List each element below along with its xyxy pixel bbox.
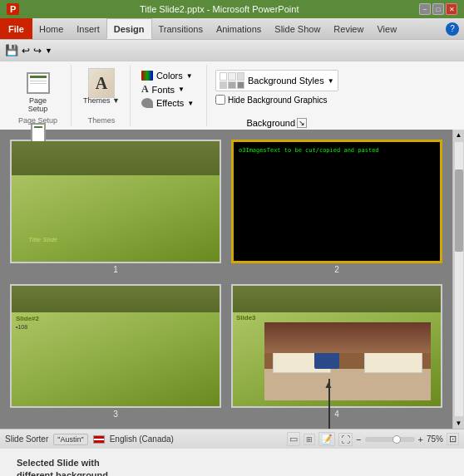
scroll-down-button[interactable]: ▼ bbox=[454, 418, 464, 429]
background-group: Background Styles ▼ Hide Background Grap… bbox=[209, 65, 345, 126]
effects-dropdown-icon: ▼ bbox=[187, 100, 194, 107]
themes-group-label: Themes bbox=[88, 116, 116, 125]
background-styles-icon bbox=[220, 72, 244, 89]
tab-home[interactable]: Home bbox=[32, 18, 70, 39]
effects-label: Effects bbox=[156, 98, 184, 108]
title-bar-title: Title Slide2.pptx - Microsoft PowerPoint bbox=[19, 4, 419, 14]
zoom-in-button[interactable]: + bbox=[418, 434, 423, 444]
qat-dropdown[interactable]: ▼ bbox=[45, 47, 52, 55]
slide-3-title: Slide#2 bbox=[16, 315, 215, 322]
window-controls: − □ ✕ bbox=[419, 3, 457, 15]
page-setup-group: PageSetup SlideOrientation Page Setup bbox=[5, 65, 72, 126]
colors-label: Colors bbox=[156, 71, 183, 81]
background-styles-label: Background Styles bbox=[248, 76, 324, 86]
tab-animations[interactable]: Animations bbox=[210, 18, 268, 39]
page-setup-button[interactable]: PageSetup bbox=[22, 68, 55, 115]
page-setup-icon bbox=[25, 70, 52, 96]
minimize-button[interactable]: − bbox=[419, 3, 431, 15]
close-button[interactable]: ✕ bbox=[446, 3, 457, 15]
effects-icon bbox=[141, 98, 153, 108]
page-setup-label: PageSetup bbox=[28, 96, 48, 113]
fit-window-button[interactable]: ⊡ bbox=[447, 433, 459, 445]
scroll-thumb[interactable] bbox=[455, 169, 463, 252]
view-normal-icon[interactable]: ▭ bbox=[287, 432, 300, 446]
view-mode-label: Slide Sorter bbox=[5, 434, 48, 444]
tab-view[interactable]: View bbox=[370, 18, 403, 39]
save-qat-button[interactable]: 💾 bbox=[5, 44, 18, 56]
slide-3-thumb[interactable]: Slide#2 •108 bbox=[10, 284, 221, 408]
title-bar: P Title Slide2.pptx - Microsoft PowerPoi… bbox=[0, 0, 464, 18]
hide-background-checkbox-row[interactable]: Hide Background Graphics bbox=[215, 95, 338, 105]
themes-button[interactable]: A Themes ▼ bbox=[80, 68, 123, 106]
colors-button[interactable]: Colors ▼ bbox=[139, 70, 200, 81]
tab-review[interactable]: Review bbox=[327, 18, 370, 39]
slide-4-title: Slide3 bbox=[236, 314, 437, 321]
slide-3-bullet: •108 bbox=[16, 324, 215, 330]
hide-background-checkbox[interactable] bbox=[215, 95, 225, 105]
canada-flag-icon bbox=[93, 435, 105, 444]
tab-slideshow[interactable]: Slide Show bbox=[268, 18, 327, 39]
view-sorter-icon[interactable]: ⊞ bbox=[304, 434, 315, 445]
status-bar: Slide Sorter "Austin" English (Canada) ▭… bbox=[0, 429, 464, 449]
background-group-label: Background bbox=[246, 118, 295, 128]
app-icon: P bbox=[7, 3, 19, 15]
tab-design[interactable]: Design bbox=[106, 18, 152, 39]
zoom-slider[interactable] bbox=[365, 437, 415, 442]
background-expand-icon[interactable]: ↘ bbox=[297, 118, 307, 128]
vertical-scrollbar[interactable]: ▲ ▼ bbox=[452, 130, 464, 429]
slide-4-number: 4 bbox=[231, 410, 442, 419]
undo-button[interactable]: ↩ bbox=[22, 45, 30, 56]
slide-2-thumb[interactable]: o3ImagesText to be cut/copied and pasted bbox=[231, 140, 442, 263]
slide-4-thumb[interactable]: Slide3 bbox=[231, 284, 442, 408]
slide-4-container: Slide3 4 bbox=[231, 284, 442, 419]
background-group-footer: Background ↘ bbox=[246, 118, 307, 128]
colors-icon bbox=[141, 71, 153, 81]
flag-icon bbox=[93, 435, 105, 444]
hide-background-label: Hide Background Graphics bbox=[228, 96, 328, 105]
status-bar-left: Slide Sorter "Austin" English (Canada) bbox=[5, 434, 280, 445]
tab-insert[interactable]: Insert bbox=[70, 18, 106, 39]
effects-button[interactable]: Effects ▼ bbox=[139, 97, 200, 109]
colors-fonts-effects-group: Colors ▼ A Fonts ▼ Effects ▼ bbox=[132, 65, 207, 126]
slide-2-text: o3ImagesText to be cut/copied and pasted bbox=[239, 147, 435, 155]
zoom-handle[interactable] bbox=[392, 435, 401, 444]
themes-group: A Themes ▼ Themes bbox=[73, 65, 131, 126]
annotation-text: Selected Slide with different background bbox=[0, 449, 464, 476]
redo-button[interactable]: ↪ bbox=[33, 45, 42, 56]
background-styles-button[interactable]: Background Styles ▼ bbox=[215, 70, 338, 91]
slide-1-thumb[interactable]: Title Slide bbox=[10, 140, 221, 263]
title-bar-left: P bbox=[7, 3, 19, 15]
maximize-button[interactable]: □ bbox=[432, 3, 444, 15]
scroll-track[interactable] bbox=[455, 142, 463, 416]
annotation-line1: Selected Slide with bbox=[17, 458, 100, 468]
slide-3-container: Slide#2 •108 3 bbox=[10, 284, 221, 419]
view-notes-icon[interactable]: 📝 bbox=[318, 432, 335, 446]
fonts-label: Fonts bbox=[152, 85, 175, 95]
view-fullscreen-icon[interactable]: ⛶ bbox=[338, 433, 353, 446]
main-area: Title Slide 1 o3ImagesText to be cut/cop… bbox=[0, 130, 464, 429]
slide-2-container: o3ImagesText to be cut/copied and pasted… bbox=[231, 140, 442, 274]
fonts-dropdown-icon: ▼ bbox=[178, 86, 185, 93]
help-icon[interactable]: ? bbox=[446, 22, 459, 36]
slide-1-number: 1 bbox=[10, 265, 221, 274]
language-label: English (Canada) bbox=[110, 434, 174, 444]
slide-1-container: Title Slide 1 bbox=[10, 140, 221, 274]
slide-3-number: 3 bbox=[10, 410, 221, 419]
theme-tag[interactable]: "Austin" bbox=[53, 434, 87, 445]
scroll-up-button[interactable]: ▲ bbox=[454, 130, 464, 140]
fonts-button[interactable]: A Fonts ▼ bbox=[139, 82, 200, 96]
fonts-icon: A bbox=[141, 83, 149, 96]
status-bar-right: ▭ ⊞ 📝 ⛶ − + 75% ⊡ bbox=[287, 432, 459, 446]
page-setup-group-label: Page Setup bbox=[18, 116, 57, 125]
annotation-arrow-head: ▲ bbox=[323, 379, 333, 390]
tab-transitions[interactable]: Transitions bbox=[152, 18, 210, 39]
slide-2-number: 2 bbox=[231, 265, 442, 274]
ribbon-content: PageSetup SlideOrientation Page Setup A … bbox=[0, 61, 464, 130]
background-styles-dropdown: ▼ bbox=[328, 77, 334, 85]
slides-panel: Title Slide 1 o3ImagesText to be cut/cop… bbox=[0, 130, 452, 429]
zoom-out-button[interactable]: − bbox=[356, 434, 361, 444]
themes-label: Themes ▼ bbox=[83, 96, 120, 105]
themes-icon: A bbox=[88, 70, 115, 96]
file-tab[interactable]: File bbox=[0, 18, 32, 39]
annotation-line2: different background bbox=[17, 470, 108, 476]
